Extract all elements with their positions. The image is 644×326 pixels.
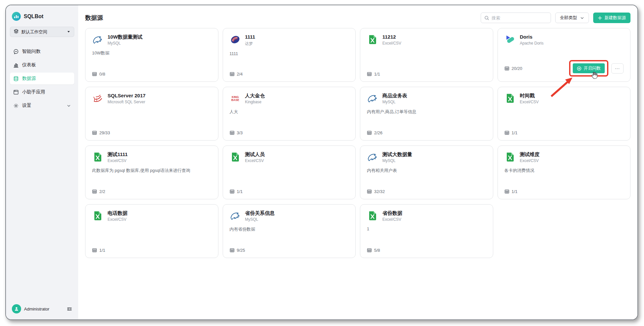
- brand: SQLBot: [10, 11, 74, 21]
- table-grid-icon: [504, 189, 509, 194]
- mysql-icon: [367, 151, 378, 163]
- table-grid-icon: [230, 248, 235, 253]
- table-grid-icon: [230, 189, 235, 194]
- circled-plus-icon: [577, 66, 582, 71]
- datasource-title: 测试人员: [245, 151, 265, 157]
- sidebar-item-smart-qa[interactable]: 智能问数: [10, 46, 74, 57]
- datasource-card[interactable]: 时间戳 Excel/CSV 1/1: [498, 87, 631, 141]
- assistant-app-icon: [13, 89, 19, 95]
- new-datasource-button[interactable]: 新建数据源: [593, 13, 630, 23]
- table-count: 20/20: [512, 66, 523, 71]
- enable-qa-button[interactable]: 开启问数: [573, 63, 605, 73]
- datasource-type: Excel/CSV: [382, 41, 401, 46]
- datasource-type: 达梦: [245, 41, 255, 47]
- workspace-selector[interactable]: 默认工作空间: [10, 27, 74, 37]
- sidebar-item-datasource[interactable]: 数据源: [10, 73, 74, 84]
- excel-icon: [367, 34, 378, 45]
- type-filter-dropdown[interactable]: 全部类型: [555, 13, 589, 23]
- table-count: 1/1: [374, 72, 380, 77]
- plus-icon: [598, 16, 602, 20]
- topbar: 数据源 全部类型 新建数据源: [85, 13, 630, 23]
- sidebar-item-label: 仪表板: [22, 62, 36, 68]
- datasource-card[interactable]: 测试大数据量 MySQL 内有相关用户表 32/32: [360, 146, 493, 199]
- excel-icon: [92, 210, 103, 221]
- kingbase-icon: KINGBASE: [230, 93, 241, 104]
- excel-icon: [504, 93, 516, 104]
- datasource-card[interactable]: 1111 达梦 1111 2/4: [223, 28, 356, 82]
- more-button[interactable]: ...: [611, 63, 624, 74]
- datasource-type: Excel/CSV: [520, 100, 539, 104]
- table-grid-icon: [230, 130, 235, 135]
- datasource-description: [504, 50, 624, 55]
- datasource-description: 1111: [230, 51, 349, 56]
- new-datasource-label: 新建数据源: [604, 15, 626, 21]
- table-grid-icon: [504, 130, 509, 135]
- dm-icon: [230, 34, 241, 45]
- table-grid-icon: [92, 248, 97, 253]
- table-grid-icon: [367, 189, 372, 194]
- datasource-type: MySQL: [382, 100, 407, 104]
- datasource-title: 省份数据: [382, 210, 402, 216]
- doris-icon: [504, 34, 516, 45]
- sidebar-item-label: 数据源: [22, 76, 36, 82]
- search-input[interactable]: [492, 16, 547, 20]
- datasource-grid: 10W数据量测试 MySQL 10W数据 0/8 1111 达梦 1111 2/…: [85, 28, 630, 258]
- datasource-card[interactable]: 电话数据 Excel/CSV 1/1: [85, 204, 218, 258]
- excel-icon: [230, 151, 241, 163]
- table-grid-icon: [367, 72, 372, 77]
- datasource-card[interactable]: 11212 Excel/CSV 1/1: [360, 28, 493, 82]
- datasource-card[interactable]: 省份数据 Excel/CSV 1 5/8: [360, 204, 493, 258]
- user-avatar: [12, 304, 21, 313]
- datasource-title: 1111: [245, 34, 255, 40]
- datasource-description: 人大: [230, 109, 349, 115]
- table-grid-icon: [230, 72, 235, 77]
- excel-icon: [367, 210, 378, 221]
- datasource-card[interactable]: 测试维度 Excel/CSV 各卡的消费情况 1/1: [498, 146, 631, 199]
- datasource-card[interactable]: 测试人员 Excel/CSV 1/1: [223, 146, 356, 199]
- chevron-down-icon[interactable]: [67, 104, 71, 108]
- sidebar-item-assistant-app[interactable]: 小助手应用: [10, 86, 74, 98]
- type-filter-label: 全部类型: [560, 15, 577, 21]
- table-count: 2/2: [99, 189, 105, 194]
- table-grid-icon: [367, 248, 372, 253]
- sidebar-item-dashboard[interactable]: 仪表板: [10, 59, 74, 71]
- user-name: Administrator: [24, 307, 64, 311]
- user-row[interactable]: Administrator: [10, 302, 74, 316]
- sidebar-item-label: 设置: [22, 103, 31, 109]
- datasource-title: 省份关系信息: [245, 210, 275, 216]
- datasource-description: 10W数据: [92, 50, 211, 56]
- table-count: 1/1: [512, 189, 518, 194]
- datasource-card[interactable]: 商品业务表 MySQL 内有用户,商品,订单等信息 2/26: [360, 87, 493, 141]
- datasource-title: 人大金仓: [245, 93, 265, 99]
- datasource-description: 1: [367, 226, 486, 232]
- datasource-card[interactable]: KINGBASE 人大金仓 Kingbase 人大 3/3: [223, 87, 356, 141]
- table-count: 9/25: [237, 248, 245, 253]
- dashboard-icon: [13, 62, 19, 68]
- page-title: 数据源: [85, 14, 103, 22]
- table-count: 3/3: [237, 130, 243, 135]
- layers-icon: [14, 29, 19, 35]
- sidebar-item-settings[interactable]: 设置: [10, 100, 74, 112]
- datasource-type: MySQL: [108, 41, 143, 46]
- datasource-description: [92, 109, 211, 114]
- datasource-type: Excel/CSV: [520, 158, 540, 163]
- datasource-card[interactable]: SQLServer 2017 Microsoft SQL Server 29/3…: [85, 87, 218, 141]
- search-icon: [484, 16, 489, 20]
- datasource-card[interactable]: 10W数据量测试 MySQL 10W数据 0/8: [85, 28, 218, 82]
- datasource-card[interactable]: 测试1111 Excel/CSV 此数据库为 pgsql 数据库,使用 pgsq…: [85, 146, 218, 199]
- datasource-card[interactable]: 省份关系信息 MySQL 内有省份数据 9/25: [223, 204, 356, 258]
- sidebar: SQLBot 默认工作空间 智能问数 仪表板 数据源 小助手应用 设置 Admi…: [6, 5, 78, 319]
- sidebar-item-label: 小助手应用: [22, 89, 45, 95]
- excel-icon: [504, 151, 516, 163]
- chevron-down-icon: [580, 16, 584, 20]
- table-grid-icon: [92, 72, 97, 77]
- sqlserver-icon: [92, 93, 103, 104]
- main-content: 数据源 全部类型 新建数据源 10W数据量测试: [78, 5, 637, 319]
- gear-icon: [13, 103, 19, 109]
- datasource-card[interactable]: Doris Apache Doris 20/20 开启问数...: [498, 28, 631, 82]
- collapse-sidebar-icon[interactable]: [67, 306, 72, 312]
- table-count: 2/26: [374, 130, 382, 135]
- excel-icon: [92, 151, 103, 163]
- table-count: 1/1: [99, 248, 105, 253]
- table-count: 2/4: [237, 72, 243, 77]
